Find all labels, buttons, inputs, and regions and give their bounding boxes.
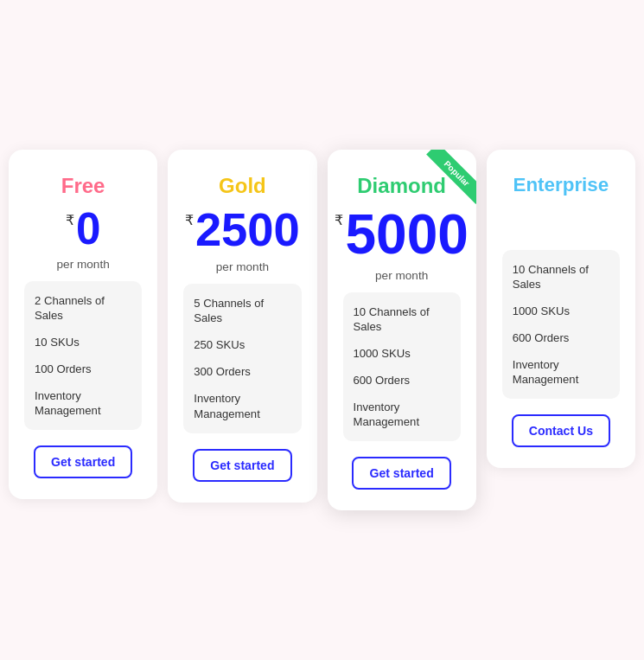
feature-item-gold-1: 250 SKUs [194,337,290,352]
feature-item-enterprise-1: 1000 SKUs [513,304,609,318]
feature-item-enterprise-3: Inventory Management [513,357,609,387]
features-box-gold: 5 Channels of Sales250 SKUs300 OrdersInv… [183,284,301,433]
feature-item-free-3: Inventory Management [35,388,131,418]
plan-card-gold: Gold₹2500per month5 Channels of Sales250… [168,150,316,503]
feature-item-free-0: 2 Channels of Sales [35,293,131,323]
price-number-gold: 2500 [195,207,300,253]
plans-container: Free₹0per month2 Channels of Sales10 SKU… [9,150,635,510]
popular-ribbon-wrapper: Popular [407,150,476,219]
currency-symbol-free: ₹ [66,214,74,227]
price-block-free: ₹0 [66,207,100,251]
plan-card-enterprise: Enterprise10 Channels of Sales1000 SKUs6… [487,150,635,468]
features-box-free: 2 Channels of Sales10 SKUs100 OrdersInve… [24,281,142,430]
feature-item-diamond-3: Inventory Management [354,400,450,429]
features-box-enterprise: 10 Channels of Sales1000 SKUs600 OrdersI… [502,250,620,399]
currency-symbol-gold: ₹ [185,214,194,227]
feature-item-free-1: 10 SKUs [35,335,131,349]
price-row-gold: ₹2500 [185,207,300,253]
plan-title-free: Free [61,174,105,198]
cta-button-free[interactable]: Get started [34,445,132,478]
per-month-free: per month [57,258,110,271]
feature-item-gold-3: Inventory Management [194,391,290,420]
plan-title-enterprise: Enterprise [513,174,609,196]
plan-card-diamond: PopularDiamond₹5000per month10 Channels … [328,150,476,510]
price-row-free: ₹0 [66,207,100,251]
per-month-gold: per month [216,260,269,273]
price-number-free: 0 [76,207,100,251]
feature-item-gold-2: 300 Orders [194,364,290,379]
per-month-diamond: per month [375,269,428,282]
feature-item-diamond-2: 600 Orders [354,373,450,388]
feature-item-free-2: 100 Orders [35,362,131,376]
feature-item-diamond-1: 1000 SKUs [354,346,450,361]
feature-item-gold-0: 5 Channels of Sales [194,296,290,325]
feature-item-enterprise-2: 600 Orders [513,330,609,345]
plan-title-gold: Gold [219,174,266,198]
cta-button-enterprise[interactable]: Contact Us [512,414,610,447]
plan-card-free: Free₹0per month2 Channels of Sales10 SKU… [9,150,157,500]
feature-item-enterprise-0: 10 Channels of Sales [513,262,609,292]
currency-symbol-diamond: ₹ [335,214,343,227]
popular-ribbon: Popular [426,150,476,204]
features-box-diamond: 10 Channels of Sales1000 SKUs600 OrdersI… [343,292,461,441]
feature-item-diamond-0: 10 Channels of Sales [354,304,450,334]
price-block-gold: ₹2500 [185,207,300,253]
cta-button-diamond[interactable]: Get started [352,457,450,490]
cta-button-gold[interactable]: Get started [193,449,291,482]
